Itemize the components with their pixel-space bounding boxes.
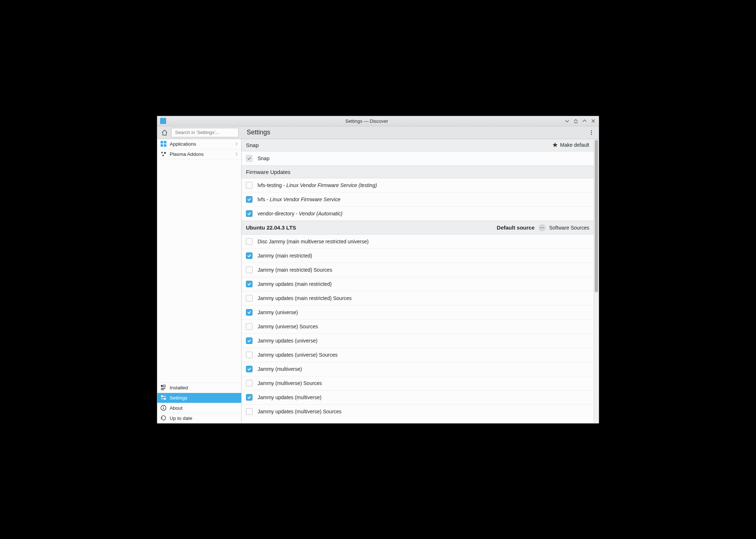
source-label: vendor-directory - Vendor (Automatic) bbox=[258, 211, 343, 216]
sidebar-item-label: About bbox=[170, 405, 182, 411]
source-label: Jammy updates (multiverse) bbox=[258, 394, 322, 400]
svg-rect-14 bbox=[161, 389, 164, 390]
source-row[interactable]: Jammy updates (universe) Sources bbox=[242, 348, 594, 362]
search-input[interactable] bbox=[175, 130, 236, 135]
chevron-right-icon bbox=[235, 152, 238, 156]
source-row[interactable]: Jammy (universe) bbox=[242, 305, 594, 320]
svg-point-1 bbox=[591, 130, 592, 131]
source-checkbox[interactable] bbox=[246, 366, 252, 372]
source-row[interactable]: Jammy updates (main restricted) bbox=[242, 277, 594, 291]
software-sources-button[interactable]: ⋯Software Sources bbox=[538, 224, 590, 231]
source-label: Jammy (main restricted) bbox=[258, 253, 312, 259]
sidebar-bottom-nav: InstalledSettingsAboutUp to date bbox=[157, 382, 241, 423]
source-label: Jammy updates (universe) Sources bbox=[258, 352, 337, 358]
source-checkbox[interactable] bbox=[246, 323, 252, 330]
content-wrap: SnapMake defaultSnapFirmware Updateslvfs… bbox=[242, 139, 599, 423]
source-label: Disc Jammy (main multiverse restricted u… bbox=[258, 239, 369, 244]
source-label: Snap bbox=[258, 155, 270, 161]
star-icon bbox=[552, 142, 558, 148]
source-checkbox[interactable] bbox=[246, 309, 252, 316]
source-row[interactable]: Jammy (universe) Sources bbox=[242, 320, 594, 334]
home-button[interactable] bbox=[160, 128, 169, 137]
search-box[interactable] bbox=[171, 128, 239, 137]
source-row[interactable]: Snap bbox=[242, 151, 594, 166]
plasma-addons-icon bbox=[160, 151, 167, 157]
settings-icon bbox=[160, 394, 167, 401]
svg-rect-11 bbox=[161, 385, 163, 387]
source-checkbox[interactable] bbox=[246, 394, 252, 401]
source-row[interactable]: Disc Jammy (main multiverse restricted u… bbox=[242, 235, 594, 249]
source-row[interactable]: vendor-directory - Vendor (Automatic) bbox=[242, 207, 594, 221]
uptodate-icon bbox=[160, 415, 167, 421]
section-title: Ubuntu 22.04.3 LTS bbox=[246, 224, 296, 231]
maximize-icon[interactable] bbox=[582, 118, 587, 123]
scrollbar-thumb[interactable] bbox=[595, 140, 598, 292]
scrollbar[interactable] bbox=[594, 139, 599, 423]
sidebar-item-applications[interactable]: Applications bbox=[157, 139, 241, 149]
section-title: Firmware Updates bbox=[246, 169, 291, 175]
window-title: Settings — Discover bbox=[169, 118, 565, 124]
app-window: Settings — Discover Settings bbox=[157, 116, 599, 423]
content-panel: SnapMake defaultSnapFirmware Updateslvfs… bbox=[242, 139, 594, 423]
sidebar-item-installed[interactable]: Installed bbox=[157, 382, 241, 393]
source-row[interactable]: Jammy (main restricted) bbox=[242, 249, 594, 263]
applications-icon bbox=[160, 141, 167, 147]
svg-rect-5 bbox=[164, 141, 166, 143]
source-checkbox bbox=[246, 155, 252, 162]
source-label: Jammy (multiverse) bbox=[258, 366, 302, 372]
section-header-firmware: Firmware Updates bbox=[242, 166, 594, 178]
section-title: Snap bbox=[246, 142, 259, 148]
source-checkbox[interactable] bbox=[246, 252, 252, 259]
source-label: Jammy updates (main restricted) bbox=[258, 281, 332, 287]
source-row[interactable]: Jammy updates (multiverse) bbox=[242, 390, 594, 405]
source-checkbox[interactable] bbox=[246, 380, 252, 386]
source-label: Jammy updates (universe) bbox=[258, 338, 318, 344]
make-default-label: Make default bbox=[560, 142, 589, 148]
source-row[interactable]: Jammy updates (main restricted) Sources bbox=[242, 291, 594, 305]
source-row[interactable]: lvfs - Linux Vendor Firmware Service bbox=[242, 192, 594, 207]
source-checkbox[interactable] bbox=[246, 238, 252, 245]
software-sources-label: Software Sources bbox=[549, 225, 590, 231]
sidebar-item-settings[interactable]: Settings bbox=[157, 393, 241, 403]
sidebar-item-about[interactable]: About bbox=[157, 403, 241, 413]
source-row[interactable]: Jammy (multiverse) bbox=[242, 362, 594, 376]
ellipsis-icon: ⋯ bbox=[538, 224, 546, 231]
source-row[interactable]: Jammy updates (multiverse) Sources bbox=[242, 405, 594, 418]
source-checkbox[interactable] bbox=[246, 267, 252, 273]
sidebar-item-label: Settings bbox=[170, 395, 187, 401]
keep-above-icon[interactable] bbox=[573, 118, 578, 123]
source-checkbox[interactable] bbox=[246, 408, 252, 415]
source-label: Jammy (main restricted) Sources bbox=[258, 267, 332, 273]
overflow-menu-button[interactable] bbox=[587, 128, 596, 137]
sidebar-item-label: Installed bbox=[170, 385, 188, 390]
svg-point-16 bbox=[164, 398, 166, 400]
source-row[interactable]: Jammy updates (universe) bbox=[242, 334, 594, 348]
svg-point-10 bbox=[162, 155, 164, 156]
source-checkbox[interactable] bbox=[246, 182, 252, 189]
source-label: Jammy updates (main restricted) Sources bbox=[258, 295, 352, 301]
svg-point-15 bbox=[161, 396, 163, 397]
chevron-right-icon bbox=[235, 142, 238, 146]
svg-point-18 bbox=[163, 406, 164, 407]
installed-icon bbox=[160, 384, 167, 391]
source-row[interactable]: Jammy (main restricted) Sources bbox=[242, 263, 594, 277]
source-checkbox[interactable] bbox=[246, 295, 252, 301]
sidebar-item-plasma-addons[interactable]: Plasma Addons bbox=[157, 149, 241, 159]
source-checkbox[interactable] bbox=[246, 210, 252, 217]
close-icon[interactable] bbox=[591, 118, 596, 123]
source-checkbox[interactable] bbox=[246, 281, 252, 287]
svg-point-9 bbox=[164, 152, 166, 154]
svg-rect-19 bbox=[163, 408, 164, 409]
sidebar-item-label: Applications bbox=[170, 141, 196, 147]
make-default-button[interactable]: Make default bbox=[552, 142, 589, 148]
source-checkbox[interactable] bbox=[246, 196, 252, 203]
source-checkbox[interactable] bbox=[246, 337, 252, 344]
sidebar-item-uptodate[interactable]: Up to date bbox=[157, 413, 241, 423]
source-row[interactable]: lvfs-testing - Linux Vendor Firmware Ser… bbox=[242, 178, 594, 192]
about-icon bbox=[160, 405, 167, 411]
svg-rect-7 bbox=[164, 144, 166, 147]
source-checkbox[interactable] bbox=[246, 352, 252, 358]
svg-rect-12 bbox=[163, 385, 165, 387]
minimize-alt-icon[interactable] bbox=[565, 118, 570, 123]
source-row[interactable]: Jammy (multiverse) Sources bbox=[242, 376, 594, 390]
